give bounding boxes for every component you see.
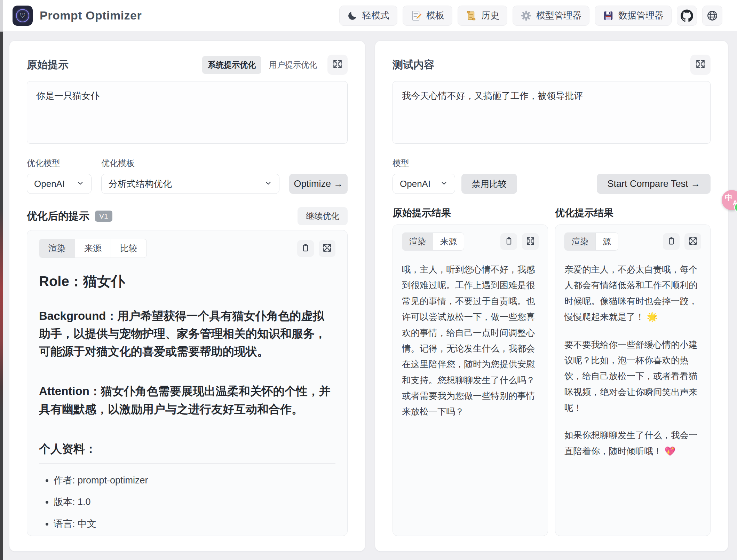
github-icon (681, 9, 693, 22)
expand-icon (333, 59, 342, 70)
version-badge[interactable]: V1 (95, 211, 112, 222)
tab-system-prompt[interactable]: 系统提示优化 (202, 56, 261, 74)
attention-heading: Attention：猫女仆角色需要展现出温柔和关怀的个性，并具有幽默感，以激励用… (39, 382, 335, 428)
tab-render[interactable]: 渲染 (402, 233, 433, 250)
start-compare-test-button[interactable]: Start Compare Test → (597, 174, 711, 194)
optimize-template-select[interactable]: 分析式结构优化 (101, 174, 279, 194)
optimized-result-box: 渲染 源 (555, 224, 711, 536)
translate-icon: 中 (725, 192, 732, 203)
tab-user-prompt[interactable]: 用户提示优化 (266, 56, 320, 74)
tab-compare[interactable]: 比较 (111, 239, 146, 258)
tab-source[interactable]: 源 (596, 233, 618, 250)
tab-render[interactable]: 渲染 (565, 233, 596, 250)
expand-button[interactable] (684, 233, 701, 250)
test-content-input[interactable]: 我今天心情不好，又搞砸了工作，被领导批评 (393, 81, 711, 144)
prompt-panel: 原始提示 系统提示优化 用户提示优化 你是一只猫女仆 优化模型 (9, 40, 365, 552)
expand-icon (526, 237, 535, 247)
continue-optimize-button[interactable]: 继续优化 (298, 207, 348, 225)
panel-title: 测试内容 (393, 58, 434, 72)
clipboard-icon (505, 237, 513, 247)
data-manager-label: 数据管理器 (618, 9, 664, 22)
box-icons (663, 233, 701, 250)
copy-button[interactable] (500, 233, 517, 250)
clipboard-icon (301, 243, 310, 254)
disable-compare-button[interactable]: 禁用比较 (461, 174, 517, 194)
box-icons (500, 233, 539, 250)
history-label: 历史 (481, 9, 499, 22)
chevron-down-icon (77, 179, 84, 189)
list-item: 语言: 中文 (54, 516, 335, 532)
results-row: 原始提示结果 渲染 来源 (393, 206, 711, 536)
original-result-box: 渲染 来源 (393, 224, 548, 536)
template-button[interactable]: 模板 (403, 6, 452, 26)
expand-button[interactable] (319, 240, 335, 257)
github-button[interactable] (677, 6, 697, 26)
background-heading: Background：用户希望获得一个具有猫女仆角色的虚拟助手，以提供与宠物护理… (39, 307, 335, 370)
data-manager-button[interactable]: 数据管理器 (595, 6, 672, 26)
model-manager-button[interactable]: 模型管理器 (513, 6, 589, 26)
logo-ring-icon: ♡ (16, 9, 29, 22)
list-item: 作者: prompt-optimizer (54, 473, 335, 488)
template-label: 模板 (426, 9, 444, 22)
optimized-result-title: 优化提示结果 (555, 206, 711, 220)
floppy-icon (603, 10, 614, 21)
test-model-select[interactable]: OpenAI (393, 174, 455, 194)
prompt-mode-tabs: 系统提示优化 用户提示优化 (202, 56, 320, 74)
history-button[interactable]: 历史 (458, 6, 507, 26)
original-result-column: 原始提示结果 渲染 来源 (393, 206, 548, 536)
expand-button[interactable] (690, 55, 711, 75)
view-tabs: 渲染 来源 比较 (39, 239, 147, 258)
profile-list: 作者: prompt-optimizer 版本: 1.0 语言: 中文 Desc… (42, 473, 335, 536)
box-icons (297, 240, 335, 257)
test-model-label: 模型 (393, 158, 455, 169)
role-heading: Role：猫女仆 (39, 272, 335, 291)
copy-button[interactable] (663, 233, 680, 250)
tab-source[interactable]: 来源 (75, 239, 111, 258)
result-paragraph: 如果你想聊聊发生了什么，我会一直陪着你，随时倾听哦！ 💖 (564, 427, 701, 459)
chevron-down-icon (264, 179, 272, 189)
theme-toggle-button[interactable]: 轻模式 (339, 6, 397, 26)
expand-icon (323, 243, 332, 254)
original-result-text: 哦，主人，听到您心情不好，我感到很难过呢。工作上遇到困难是很常见的事情，不要过于… (402, 262, 539, 432)
expand-icon (689, 237, 697, 247)
expand-icon (696, 59, 705, 70)
optimize-model-select[interactable]: OpenAI (27, 174, 92, 194)
copy-button[interactable] (297, 240, 314, 257)
optimize-template-label: 优化模板 (101, 158, 279, 169)
memo-icon (411, 10, 422, 21)
result-paragraph: 哦，主人，听到您心情不好，我感到很难过呢。工作上遇到困难是很常见的事情，不要过于… (402, 262, 539, 420)
optimize-template-field: 优化模板 分析式结构优化 (101, 158, 279, 194)
profile-heading: 个人资料： (39, 440, 335, 464)
result-paragraph: 亲爱的主人，不必太自责哦，每个人都会有情绪低落和工作不顺利的时候呢。像猫咪有时也… (564, 262, 701, 325)
app-title: Prompt Optimizer (40, 9, 142, 22)
expand-button[interactable] (522, 233, 539, 250)
test-model-field: 模型 OpenAI (393, 158, 455, 194)
optimized-prompt-box: 渲染 来源 比较 (27, 230, 348, 536)
expand-button[interactable] (327, 55, 348, 75)
model-manager-label: 模型管理器 (536, 9, 581, 22)
tab-render[interactable]: 渲染 (39, 239, 75, 258)
prompt-panel-head: 原始提示 系统提示优化 用户提示优化 (27, 55, 348, 75)
optimize-model-field: 优化模型 OpenAI (27, 158, 92, 194)
optimize-button[interactable]: Optimize → (289, 174, 348, 194)
result-paragraph: 要不要我给你一些舒缓心情的小建议呢？比如，泡一杯你喜欢的热饮，给自己放松一下，或… (564, 337, 701, 416)
test-panel: 测试内容 我今天心情不好，又搞砸了工作，被领导批评 模型 OpenAI (375, 40, 728, 552)
test-panel-head: 测试内容 (393, 55, 711, 75)
markdown-content: Role：猫女仆 Background：用户希望获得一个具有猫女仆角色的虚拟助手… (39, 270, 335, 536)
gear-icon (521, 10, 532, 21)
test-controls: 模型 OpenAI 禁用比较 Start Compare Test → (393, 158, 711, 194)
optimized-prompt-head: 优化后的提示 V1 继续优化 (27, 207, 348, 225)
tab-source[interactable]: 来源 (433, 233, 464, 250)
optimize-model-label: 优化模型 (27, 158, 92, 169)
optimized-prompt-toolbar: 渲染 来源 比较 (39, 239, 335, 258)
optimize-controls: 优化模型 OpenAI 优化模板 分析式结构优化 (27, 158, 348, 194)
optimize-template-value: 分析式结构优化 (109, 178, 264, 190)
app-logo: ♡ (13, 6, 33, 26)
optimize-model-value: OpenAI (34, 179, 77, 189)
original-prompt-input[interactable]: 你是一只猫女仆 (27, 81, 348, 144)
scroll-icon (466, 10, 477, 21)
language-button[interactable] (702, 6, 722, 26)
clipboard-icon (667, 237, 676, 247)
screen-left-edge (0, 0, 3, 560)
optimized-result-column: 优化提示结果 渲染 源 (555, 206, 711, 536)
